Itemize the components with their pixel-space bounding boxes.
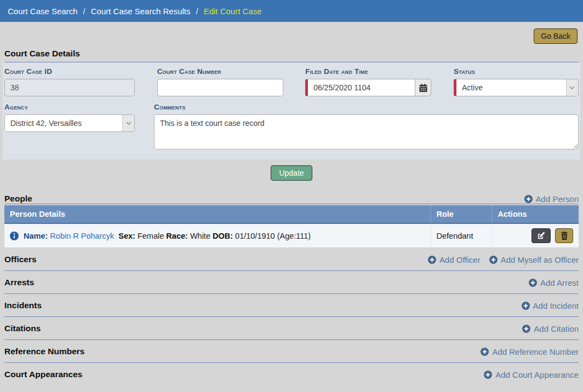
court-case-id-label: Court Case ID (4, 67, 135, 76)
court-case-number-label: Court Case Number (157, 67, 283, 76)
trash-icon (561, 232, 568, 240)
page-title: Court Case Details (4, 49, 579, 59)
court-case-number-field-group: Court Case Number (157, 67, 283, 96)
status-selected-value: Active (456, 83, 566, 92)
name-label: Name: (24, 232, 48, 240)
add-reference-number-link[interactable]: Add Reference Number (481, 347, 579, 356)
status-field-group: Status Active (454, 67, 579, 96)
breadcrumb-search-results[interactable]: Court Case Search Results (91, 7, 191, 16)
table-row: Name: Robin R Poharcyk Sex: Female Race:… (4, 223, 579, 248)
breadcrumb-edit-court-case: Edit Court Case (204, 7, 262, 16)
plus-circle-icon (529, 279, 537, 287)
officers-section-title: Officers (4, 255, 37, 264)
plus-circle-icon (484, 371, 492, 379)
add-incident-link[interactable]: Add Incident (522, 301, 579, 310)
add-person-label: Add Person (536, 194, 579, 204)
breadcrumb: Court Case Search / Court Case Search Re… (0, 0, 583, 22)
filed-date-label: Filed Date and Time (305, 67, 431, 76)
comments-textarea[interactable]: This is a text court case record (154, 114, 579, 149)
people-section-title: People (4, 194, 32, 204)
race-label: Race: (166, 232, 188, 240)
status-select[interactable]: Active (454, 79, 579, 96)
plus-circle-icon (522, 302, 530, 310)
add-officer-label: Add Officer (439, 255, 481, 264)
arrests-section-title: Arrests (4, 278, 34, 287)
section-citations: Citations Add Citation (4, 317, 579, 340)
add-court-appearance-label: Add Court Appearance (495, 370, 579, 379)
add-court-appearance-link[interactable]: Add Court Appearance (484, 370, 579, 379)
plus-circle-icon (522, 325, 530, 333)
calendar-icon (419, 84, 427, 92)
info-circle-icon[interactable] (10, 232, 19, 240)
plus-circle-icon (489, 256, 498, 264)
chevron-down-icon (122, 115, 134, 131)
dob-label: DOB: (213, 232, 233, 240)
plus-circle-icon (428, 256, 436, 264)
breadcrumb-separator: / (83, 7, 85, 16)
agency-select[interactable]: District 42, Versailles (4, 114, 135, 132)
incidents-section-title: Incidents (4, 301, 42, 310)
section-reference-numbers: Reference Numbers Add Reference Number (4, 340, 579, 363)
comments-label: Comments (154, 103, 579, 111)
calendar-button[interactable] (415, 79, 431, 96)
section-incidents: Incidents Add Incident (4, 294, 579, 317)
court-case-number-input[interactable] (157, 79, 283, 96)
header-actions: Actions (492, 205, 579, 223)
add-arrest-label: Add Arrest (540, 278, 579, 287)
add-incident-label: Add Incident (533, 301, 579, 310)
add-person-link[interactable]: Add Person (524, 194, 579, 204)
people-table-header-row: Person Details Role Actions (4, 205, 579, 223)
role-cell: Defendant (431, 223, 492, 248)
add-citation-label: Add Citation (534, 324, 579, 333)
add-myself-as-officer-link[interactable]: Add Myself as Officer (489, 255, 579, 264)
dob-value: 01/10/1910 (Age:111) (235, 232, 311, 240)
filed-date-field-group: Filed Date and Time (305, 67, 431, 96)
breadcrumb-court-case-search[interactable]: Court Case Search (8, 7, 78, 16)
section-court-appearances: Court Appearances Add Court Appearance (4, 363, 579, 385)
go-back-button[interactable]: Go Back (534, 28, 578, 44)
section-arrests: Arrests Add Arrest (4, 271, 579, 294)
sex-value: Female (138, 232, 164, 240)
people-table: Person Details Role Actions Name: Robin … (4, 205, 579, 248)
court-case-id-input (4, 79, 135, 96)
court-appearances-section-title: Court Appearances (4, 370, 82, 379)
court-case-id-field-group: Court Case ID (4, 67, 135, 96)
status-label: Status (454, 67, 579, 76)
header-person-details: Person Details (4, 205, 431, 223)
section-officers: Officers Add Officer Add Myself as Offic… (4, 248, 579, 271)
comments-field-group: Comments This is a text court case recor… (154, 103, 579, 152)
add-myself-as-officer-label: Add Myself as Officer (501, 255, 579, 264)
add-arrest-link[interactable]: Add Arrest (529, 278, 579, 287)
sex-label: Sex: (118, 232, 135, 240)
race-value: White (190, 232, 210, 240)
filed-date-input[interactable] (305, 79, 415, 96)
citations-section-title: Citations (4, 324, 41, 333)
header-role: Role (431, 205, 492, 223)
delete-person-button[interactable] (555, 228, 573, 243)
court-case-details-panel: Court Case ID Court Case Number Filed Da… (3, 62, 580, 159)
breadcrumb-separator: / (196, 7, 198, 16)
chevron-down-icon (566, 79, 578, 96)
update-button[interactable]: Update (271, 165, 312, 181)
add-reference-number-label: Add Reference Number (492, 347, 579, 356)
pencil-square-icon (537, 232, 545, 240)
person-name-link[interactable]: Robin R Poharcyk (50, 232, 114, 240)
plus-circle-icon (524, 195, 533, 203)
add-officer-link[interactable]: Add Officer (428, 255, 481, 264)
agency-label: Agency (4, 103, 135, 111)
edit-person-button[interactable] (531, 228, 551, 243)
reference-numbers-section-title: Reference Numbers (4, 347, 84, 356)
plus-circle-icon (481, 348, 489, 356)
person-summary: Name: Robin R Poharcyk Sex: Female Race:… (24, 232, 311, 240)
divider (4, 204, 579, 204)
agency-selected-value: District 42, Versailles (5, 119, 122, 128)
agency-field-group: Agency District 42, Versailles (4, 103, 135, 152)
add-citation-link[interactable]: Add Citation (522, 324, 579, 333)
